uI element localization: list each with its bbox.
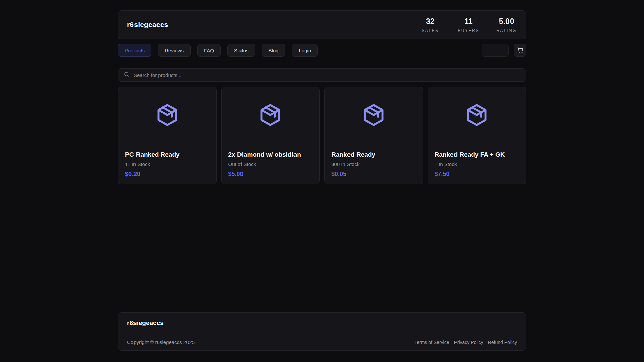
stat-rating-value: 5.00 (487, 17, 526, 26)
product-name: Ranked Ready FA + GK (435, 151, 519, 158)
package-box-icon (464, 103, 489, 129)
product-info: Ranked Ready FA + GK 1 In Stock $7.50 (428, 144, 526, 184)
product-name: 2x Diamond w/ obsidian (228, 151, 313, 158)
stat-rating: 5.00 RATING (487, 17, 526, 33)
footer: r6siegeaccs Copyright © r6siegeaccs 2025… (118, 312, 526, 351)
shop-header-left: r6siegeaccs (118, 11, 411, 39)
stat-sales: 32 SALES (411, 17, 449, 33)
product-card[interactable]: PC Ranked Ready 11 In Stock $0.20 (118, 87, 217, 184)
product-price: $7.50 (435, 171, 519, 178)
footer-shop-title: r6siegeaccs (127, 319, 517, 327)
product-card[interactable]: Ranked Ready 300 In Stock $0.05 (324, 87, 423, 184)
tab-login[interactable]: Login (292, 44, 318, 57)
stat-buyers: 11 BUYERS (449, 17, 488, 33)
tab-blog[interactable]: Blog (262, 44, 285, 57)
stat-sales-label: SALES (411, 28, 449, 33)
product-stock: Out of Stock (228, 161, 313, 167)
tab-reviews[interactable]: Reviews (158, 44, 191, 57)
product-price: $0.20 (125, 171, 210, 178)
product-name: PC Ranked Ready (125, 151, 210, 158)
product-price: $5.00 (228, 171, 313, 178)
stat-buyers-label: BUYERS (449, 28, 488, 33)
stat-buyers-value: 11 (449, 17, 488, 26)
link-refund-policy[interactable]: Refund Policy (488, 340, 517, 345)
product-card[interactable]: 2x Diamond w/ obsidian Out of Stock $5.0… (221, 87, 320, 184)
copyright-text: Copyright © r6siegeaccs 2025 (127, 339, 195, 345)
product-search (118, 68, 526, 82)
product-image-area (325, 87, 423, 144)
tab-products[interactable]: Products (118, 44, 151, 57)
shop-header: r6siegeaccs 32 SALES 11 BUYERS 5.00 RATI… (118, 10, 526, 39)
cart-button[interactable] (514, 44, 526, 57)
tab-faq[interactable]: FAQ (197, 44, 221, 57)
product-info: 2x Diamond w/ obsidian Out of Stock $5.0… (222, 144, 320, 184)
shop-title: r6siegeaccs (127, 21, 168, 29)
nav-actions (482, 44, 526, 57)
product-price: $0.05 (331, 171, 416, 178)
currency-select[interactable] (482, 44, 509, 57)
shop-stats: 32 SALES 11 BUYERS 5.00 RATING (411, 11, 526, 39)
product-info: Ranked Ready 300 In Stock $0.05 (325, 144, 423, 184)
product-name: Ranked Ready (331, 151, 416, 158)
product-image-area (118, 87, 216, 144)
product-stock: 11 In Stock (125, 161, 210, 167)
product-stock: 300 In Stock (331, 161, 416, 167)
search-input[interactable] (133, 72, 520, 78)
package-box-icon (155, 103, 180, 129)
stat-sales-value: 32 (411, 17, 449, 26)
search-icon (124, 71, 130, 79)
product-image-area (222, 87, 320, 144)
product-stock: 1 In Stock (435, 161, 519, 167)
link-privacy-policy[interactable]: Privacy Policy (454, 340, 483, 345)
footer-bottom: Copyright © r6siegeaccs 2025 Terms of Se… (118, 334, 526, 350)
nav-bar: Products Reviews FAQ Status Blog Login (118, 44, 526, 57)
package-box-icon (258, 103, 283, 129)
footer-links: Terms of Service Privacy Policy Refund P… (414, 340, 517, 345)
product-info: PC Ranked Ready 11 In Stock $0.20 (118, 144, 216, 184)
tab-status[interactable]: Status (227, 44, 255, 57)
shopping-cart-icon (517, 47, 523, 54)
product-grid: PC Ranked Ready 11 In Stock $0.20 2x Dia… (118, 87, 526, 184)
product-image-area (428, 87, 526, 144)
stat-rating-label: RATING (487, 28, 526, 33)
package-box-icon (361, 103, 386, 129)
nav-tabs: Products Reviews FAQ Status Blog Login (118, 44, 318, 57)
product-card[interactable]: Ranked Ready FA + GK 1 In Stock $7.50 (428, 87, 526, 184)
link-terms-of-service[interactable]: Terms of Service (414, 340, 449, 345)
footer-top: r6siegeaccs (118, 313, 526, 334)
page-container: r6siegeaccs 32 SALES 11 BUYERS 5.00 RATI… (118, 0, 526, 362)
